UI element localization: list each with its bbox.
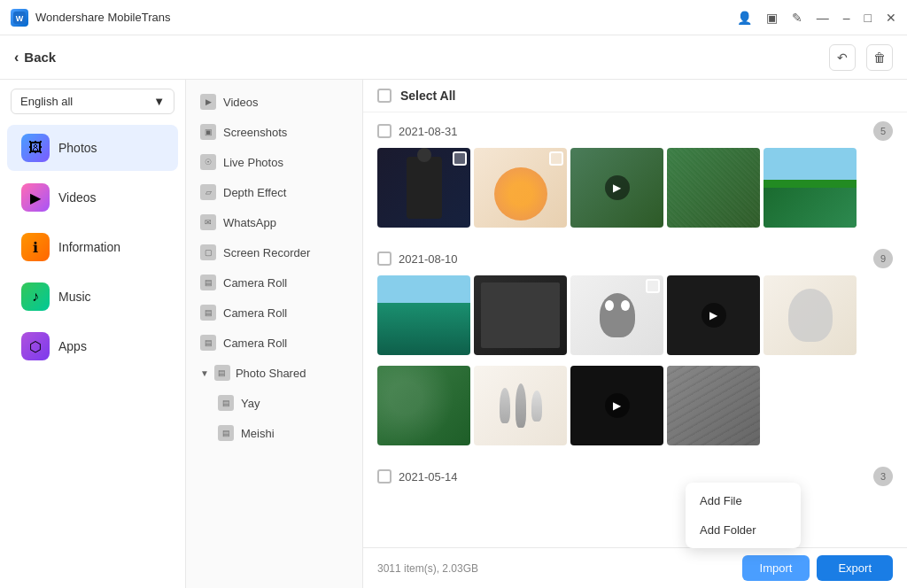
date-section-1: 2021-08-31 5: [363, 112, 907, 240]
middle-item-camera-roll-2[interactable]: ▤ Camera Roll: [186, 298, 362, 328]
bottom-actions: Import Export: [742, 555, 893, 581]
sidebar-item-videos[interactable]: ▶ Videos: [7, 174, 178, 220]
date-2-checkbox[interactable]: [377, 251, 391, 266]
middle-item-depth-effect[interactable]: ▱ Depth Effect: [186, 177, 362, 207]
content-area: English all ▼ 🖼 Photos ▶ Videos ℹ Inform…: [0, 80, 907, 588]
close-icon[interactable]: ✕: [886, 11, 896, 25]
photo-grid-2-row1: ▶: [377, 275, 893, 362]
whatsapp-icon: ✉: [200, 214, 216, 230]
date-header-left-3: 2021-05-14: [377, 469, 458, 484]
sidebar-apps-label: Apps: [58, 339, 87, 353]
middle-item-yay[interactable]: ▤ Yay: [186, 388, 362, 418]
camera-roll-2-label: Camera Roll: [223, 306, 287, 320]
photo-thumb[interactable]: [667, 366, 760, 445]
screenshots-icon: ▣: [200, 124, 216, 140]
sidebar-item-apps[interactable]: ⬡ Apps: [7, 323, 178, 369]
depth-effect-label: Depth Effect: [223, 186, 286, 199]
middle-item-videos[interactable]: ▶ Videos: [186, 87, 362, 117]
select-all-bar: Select All: [363, 80, 907, 112]
date-3-checkbox[interactable]: [377, 469, 391, 484]
depth-effect-icon: ▱: [200, 184, 216, 200]
middle-panel: ▶ Videos ▣ Screenshots ☉ Live Photos ▱ D…: [186, 80, 363, 588]
date-1-checkbox[interactable]: [377, 124, 391, 138]
maximize-icon[interactable]: □: [864, 11, 872, 25]
date-3-count: 3: [873, 467, 893, 486]
videos-mid-label: Videos: [223, 96, 259, 109]
dropdown-menu: Add File Add Folder: [686, 483, 801, 548]
delete-button[interactable]: 🗑: [866, 44, 893, 71]
screenshots-label: Screenshots: [223, 126, 287, 139]
middle-item-screen-recorder[interactable]: ▢ Screen Recorder: [186, 237, 362, 267]
live-photos-label: Live Photos: [223, 156, 283, 169]
back-bar: ‹ Back ↶ 🗑: [0, 35, 907, 80]
photo-grid-2-row2: ▶: [377, 366, 893, 453]
add-folder-item[interactable]: Add Folder: [686, 515, 801, 545]
menu-icon[interactable]: ―: [817, 11, 829, 25]
edit-icon[interactable]: ✎: [792, 11, 802, 25]
camera-roll-3-label: Camera Roll: [223, 337, 287, 350]
photo-thumb[interactable]: [377, 148, 470, 228]
photo-shared-icon: ▤: [214, 365, 230, 381]
meishi-label: Meishi: [241, 427, 275, 440]
window-icon[interactable]: ▣: [766, 11, 778, 25]
yay-label: Yay: [241, 397, 260, 410]
sidebar-photos-label: Photos: [58, 141, 97, 155]
camera-roll-3-icon: ▤: [200, 335, 216, 351]
photo-thumb[interactable]: ▶: [667, 275, 760, 355]
undo-button[interactable]: ↶: [829, 44, 856, 71]
sidebar-item-music[interactable]: ♪ Music: [7, 274, 178, 320]
live-photos-icon: ☉: [200, 154, 216, 170]
screen-recorder-label: Screen Recorder: [223, 246, 310, 259]
middle-item-live-photos[interactable]: ☉ Live Photos: [186, 147, 362, 177]
bottom-bar: 3011 item(s), 2.03GB Import Export: [363, 547, 907, 588]
middle-item-screenshots[interactable]: ▣ Screenshots: [186, 117, 362, 147]
date-3-label: 2021-05-14: [399, 470, 458, 484]
date-2-label: 2021-08-10: [399, 252, 458, 266]
language-dropdown[interactable]: English all ▼: [11, 89, 174, 114]
photo-thumb[interactable]: [764, 148, 857, 228]
play-button[interactable]: ▶: [605, 175, 630, 200]
profile-icon[interactable]: 👤: [737, 11, 752, 25]
export-button[interactable]: Export: [817, 555, 893, 581]
videos-mid-icon: ▶: [200, 94, 216, 110]
sidebar-item-photos[interactable]: 🖼 Photos: [7, 125, 178, 171]
back-button[interactable]: ‹ Back: [14, 50, 56, 66]
photo-thumb[interactable]: [764, 275, 857, 355]
photo-thumb[interactable]: [667, 148, 760, 228]
minimize-icon[interactable]: –: [843, 11, 850, 25]
titlebar-left: W Wondershare MobileTrans: [11, 9, 170, 27]
right-content: Select All 2021-08-31 5: [363, 80, 907, 588]
window-controls: 👤 ▣ ✎ ― – □ ✕: [737, 11, 896, 25]
add-file-item[interactable]: Add File: [686, 486, 801, 515]
titlebar: W Wondershare MobileTrans 👤 ▣ ✎ ― – □ ✕: [0, 0, 907, 35]
middle-item-camera-roll-3[interactable]: ▤ Camera Roll: [186, 328, 362, 358]
back-label: Back: [24, 50, 56, 65]
select-all-checkbox[interactable]: [377, 89, 391, 103]
play-button[interactable]: ▶: [605, 393, 630, 418]
date-header-1: 2021-08-31 5: [377, 118, 893, 148]
photos-icon: 🖼: [21, 134, 50, 162]
photo-thumb[interactable]: [474, 275, 567, 355]
photo-thumb[interactable]: [570, 275, 663, 355]
middle-item-camera-roll-1[interactable]: ▤ Camera Roll: [186, 267, 362, 298]
photo-thumb[interactable]: [377, 366, 470, 445]
date-header-2: 2021-08-10 9: [377, 245, 893, 275]
whatsapp-label: WhatsApp: [223, 216, 276, 229]
meishi-icon: ▤: [218, 425, 234, 441]
photo-shared-header[interactable]: ▼ ▤ Photo Shared: [186, 358, 362, 388]
middle-item-whatsapp[interactable]: ✉ WhatsApp: [186, 207, 362, 237]
photo-thumb[interactable]: [474, 366, 567, 445]
camera-roll-2-icon: ▤: [200, 305, 216, 321]
back-actions: ↶ 🗑: [829, 44, 893, 71]
photo-thumb[interactable]: ▶: [570, 148, 663, 228]
photo-thumb[interactable]: ▶: [570, 366, 663, 445]
photo-thumb[interactable]: [474, 148, 567, 228]
apps-icon: ⬡: [21, 332, 50, 360]
main-wrapper: ‹ Back ↶ 🗑 English all ▼ 🖼 Photos ▶ Vide…: [0, 35, 907, 588]
play-button[interactable]: ▶: [702, 303, 726, 328]
photo-thumb[interactable]: [377, 275, 470, 355]
import-button[interactable]: Import: [742, 555, 810, 581]
middle-item-meishi[interactable]: ▤ Meishi: [186, 418, 362, 448]
sidebar-item-information[interactable]: ℹ Information: [7, 224, 178, 270]
photo-grid-1: ▶: [377, 148, 893, 235]
